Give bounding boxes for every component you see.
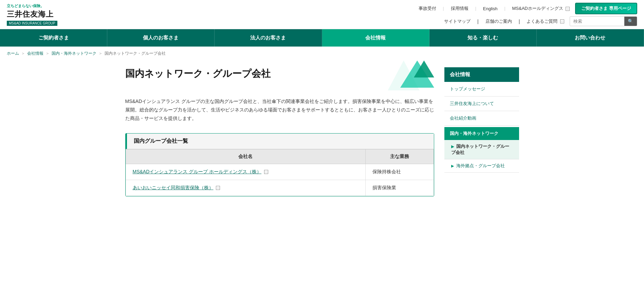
sidebar-arrow-icon: ▶	[451, 144, 454, 148]
nav-sitemap[interactable]: サイトマップ	[444, 18, 471, 24]
site-header: 立ちどまらない保険。 三井住友海上 MS&AD INSURANCE GROUP …	[0, 0, 644, 47]
nav-item-contact[interactable]: お問い合わせ	[537, 29, 644, 47]
nav-item-contract[interactable]: ご契約者さま	[0, 29, 107, 47]
contract-page-button[interactable]: ご契約者さま 専用ページ	[575, 3, 637, 14]
header-right: 事故受付 | 採用情報 | English | MS&ADホールディングス □ …	[419, 3, 638, 26]
external-link-icon: □	[566, 7, 570, 11]
breadcrumb: ホーム ＞ 会社情報 ＞ 国内・海外ネットワーク ＞ 国内ネットワーク・グループ…	[0, 47, 644, 60]
table-header-business: 主な業務	[366, 149, 434, 164]
header-nav-top: 事故受付 | 採用情報 | English | MS&ADホールディングス □	[419, 5, 570, 12]
search-input[interactable]	[570, 17, 624, 25]
sidebar-section-title: 会社情報	[444, 67, 519, 82]
main-navigation: ご契約者さま 個人のお客さま 法人のお客さま 会社情報 知る・楽しむ お問い合わ…	[0, 29, 644, 47]
header-nav-bottom: サイトマップ | 店舗のご案内 | よくあるご質問 □	[444, 18, 564, 24]
page-title-section: 国内ネットワーク・グループ会社	[125, 60, 434, 90]
nav-holdings[interactable]: MS&ADホールディングス □	[512, 5, 570, 12]
breadcrumb-home[interactable]: ホーム	[7, 51, 19, 56]
nav-faq[interactable]: よくあるご質問 □	[527, 18, 564, 24]
main-content: 国内ネットワーク・グループ会社 MS&ADインシュアランス グループの主な国内グ…	[125, 60, 444, 203]
section-box-content: 会社名 主な業務 MS&ADインシュアランス グループ ホールディングス（株） …	[126, 149, 434, 196]
external-link-icon-2: □	[216, 186, 220, 190]
breadcrumb-network[interactable]: 国内・海外ネットワーク	[52, 51, 96, 56]
company-link-2[interactable]: あいおいニッセイ同和損害保険（株）	[133, 185, 214, 190]
search-box: 🔍	[570, 16, 637, 26]
sidebar-subitem-domestic-network[interactable]: ▶ 国内ネットワーク・グループ会社	[444, 140, 519, 159]
logo-tagline: 立ちどまらない保険。	[7, 3, 57, 8]
logo-area: 立ちどまらない保険。 三井住友海上 MS&AD INSURANCE GROUP	[7, 3, 57, 26]
company-table: 会社名 主な業務 MS&ADインシュアランス グループ ホールディングス（株） …	[126, 149, 434, 196]
logo-name: 三井住友海上	[7, 9, 57, 19]
nav-item-personal[interactable]: 個人のお客さま	[107, 29, 215, 47]
nav-item-corporate[interactable]: 法人のお客さま	[215, 29, 322, 47]
page-content: 国内ネットワーク・グループ会社 MS&ADインシュアランス グループの主な国内グ…	[118, 60, 526, 203]
section-box-title: 国内グループ会社一覧	[126, 134, 434, 149]
page-description: MS&ADインシュアランス グループの主な国内グループ会社と、当社傘下の関連事業…	[125, 97, 434, 123]
sidebar-subitem-overseas-network[interactable]: ▶ 海外拠点・グループ会社	[444, 159, 519, 173]
logo-badge: MS&AD INSURANCE GROUP	[7, 21, 57, 26]
nav-item-company[interactable]: 会社情報	[322, 29, 429, 47]
table-row: MS&ADインシュアランス グループ ホールディングス（株） □ 保険持株会社	[126, 164, 434, 180]
sidebar-arrow-icon: ▶	[451, 164, 454, 168]
sidebar-item-top-message[interactable]: トップメッセージ	[444, 82, 519, 97]
section-box: 国内グループ会社一覧 会社名 主な業務 MS&ADインシュアランス グループ ホ…	[125, 133, 434, 196]
table-cell-business-1: 保険持株会社	[366, 164, 434, 180]
nav-english[interactable]: English	[483, 6, 498, 11]
table-row: あいおいニッセイ同和損害保険（株） □ 損害保険業	[126, 180, 434, 196]
nav-recruit[interactable]: 採用情報	[451, 5, 468, 12]
external-link-icon: □	[560, 19, 564, 23]
nav-item-learn[interactable]: 知る・楽しむ	[429, 29, 537, 47]
sidebar-item-video[interactable]: 会社紹介動画	[444, 111, 519, 126]
decoration-svg	[373, 60, 434, 90]
breadcrumb-company[interactable]: 会社情報	[27, 51, 43, 56]
sidebar: 会社情報 トップメッセージ 三井住友海上について 会社紹介動画 国内・海外ネット…	[444, 60, 519, 203]
company-link-1[interactable]: MS&ADインシュアランス グループ ホールディングス（株）	[133, 169, 262, 174]
sidebar-item-about[interactable]: 三井住友海上について	[444, 97, 519, 111]
sidebar-sub-section-title: 国内・海外ネットワーク	[444, 127, 519, 140]
table-cell-company-2: あいおいニッセイ同和損害保険（株） □	[126, 180, 366, 196]
nav-accident[interactable]: 事故受付	[419, 5, 436, 12]
nav-store[interactable]: 店舗のご案内	[485, 18, 512, 24]
external-link-icon-1: □	[264, 170, 268, 174]
table-cell-business-2: 損害保険業	[366, 180, 434, 196]
search-button[interactable]: 🔍	[624, 17, 637, 26]
table-header-company: 会社名	[126, 149, 366, 164]
table-cell-company-1: MS&ADインシュアランス グループ ホールディングス（株） □	[126, 164, 366, 180]
search-icon: 🔍	[628, 19, 633, 24]
breadcrumb-current: 国内ネットワーク・グループ会社	[105, 51, 166, 56]
contract-btn-label: ご契約者さま 専用ページ	[581, 5, 631, 12]
title-decoration	[373, 60, 434, 90]
